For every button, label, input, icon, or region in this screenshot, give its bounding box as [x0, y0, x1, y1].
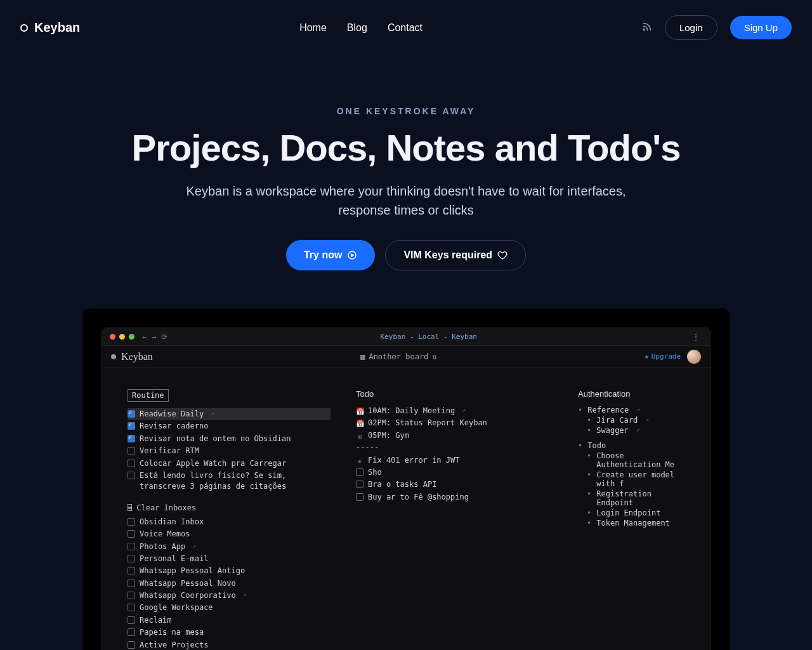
unchecked-box-icon[interactable]	[128, 592, 135, 599]
login-button[interactable]: Login	[665, 15, 717, 40]
grid-icon: ▦	[360, 352, 365, 361]
list-item[interactable]: Obsidian Inbox	[128, 516, 331, 528]
group-header[interactable]: •Todo	[578, 441, 684, 451]
column-authentication: Authentication •Reference↗•Jira Card↗•Sw…	[578, 389, 684, 650]
unchecked-box-icon[interactable]	[128, 543, 135, 550]
nav-actions: Login Sign Up	[642, 15, 792, 40]
unchecked-box-icon[interactable]	[128, 460, 135, 467]
unchecked-box-icon[interactable]	[128, 580, 135, 587]
unchecked-box-icon[interactable]	[128, 616, 135, 624]
item-text: 10AM: Daily Meeting	[368, 406, 455, 416]
list-item[interactable]: 📅10AM: Daily Meeting↗	[356, 405, 553, 417]
item-text: Buy ar to Fê @shopping	[368, 492, 469, 503]
list-item[interactable]: Revisar caderno	[128, 420, 331, 432]
list-item[interactable]: -----	[356, 442, 553, 454]
board-columns: Routine Readwise Daily↗Revisar cadernoRe…	[102, 368, 710, 650]
vim-keys-button[interactable]: VIM Keys required	[385, 240, 526, 270]
unchecked-box-icon[interactable]	[356, 493, 363, 501]
item-text: Whatsapp Pessoal Antigo	[140, 566, 245, 576]
item-icon: ◎	[356, 432, 363, 439]
list-item[interactable]: Papeis na mesa	[128, 627, 331, 639]
list-item[interactable]: Verificar RTM	[128, 445, 331, 457]
board-selector[interactable]: ▦ Another board ⇅	[153, 352, 645, 361]
list-item[interactable]: Whatsapp Coorporativo↗	[128, 590, 331, 602]
unchecked-box-icon[interactable]	[128, 555, 135, 562]
avatar[interactable]	[687, 350, 701, 364]
group-item[interactable]: •Jira Card↗	[578, 415, 684, 425]
list-item[interactable]: Colocar Apple Watch pra Carregar	[128, 458, 331, 470]
list-item[interactable]: ✳Fix 401 error in JWT	[356, 454, 553, 467]
list-item[interactable]: Revisar nota de ontem no Obsidian	[128, 433, 331, 445]
item-text: Papeis na mesa	[140, 627, 204, 638]
unchecked-box-icon[interactable]	[128, 641, 135, 649]
list-item[interactable]: Google Workspace	[128, 602, 331, 614]
list-item[interactable]: Buy ar to Fê @shopping	[356, 491, 553, 503]
list-item[interactable]: Readwise Daily↗	[128, 408, 331, 420]
list-item[interactable]: Whatsapp Pessoal Novo	[128, 578, 331, 590]
list-item[interactable]: Está lendo livro físico? Se sim, transcr…	[128, 470, 331, 493]
forward-icon[interactable]: →	[152, 333, 156, 342]
list-item[interactable]: Active Projects	[128, 639, 331, 650]
checked-box-icon[interactable]	[128, 422, 135, 430]
list-item[interactable]: 📅02PM: Status Report Keyban	[356, 417, 553, 429]
item-icon: 📅	[356, 419, 363, 427]
try-now-button[interactable]: Try now	[286, 240, 375, 270]
group-item[interactable]: •Login Endpoint	[578, 508, 684, 518]
nav-link-blog[interactable]: Blog	[347, 22, 367, 34]
list-item[interactable]: Whatsapp Pessoal Antigo	[128, 565, 331, 577]
unchecked-box-icon[interactable]	[128, 530, 135, 538]
list-item[interactable]: Photos App↗	[128, 541, 331, 553]
app-brand[interactable]: Keyban	[111, 351, 153, 362]
rss-icon[interactable]	[642, 22, 652, 34]
kebab-menu-icon[interactable]: ⋮	[690, 333, 702, 342]
group-item[interactable]: •Token Management	[578, 518, 684, 528]
bullet-icon: •	[587, 416, 591, 425]
nav-link-home[interactable]: Home	[299, 22, 327, 34]
maximize-dot-icon[interactable]	[129, 334, 134, 340]
unchecked-box-icon[interactable]	[128, 472, 135, 479]
close-dot-icon[interactable]	[110, 334, 115, 340]
brand[interactable]: Keyban	[20, 20, 80, 35]
column-routine: Routine Readwise Daily↗Revisar cadernoRe…	[128, 389, 331, 650]
group-item[interactable]: •Choose Authentication Me	[578, 451, 684, 470]
try-now-label: Try now	[304, 249, 342, 261]
routine-list: Readwise Daily↗Revisar cadernoRevisar no…	[128, 408, 331, 493]
list-item[interactable]: ◎05PM: Gym	[356, 430, 553, 442]
browser-address[interactable]: Keyban - Local - Keyban	[175, 333, 682, 341]
unchecked-box-icon[interactable]	[356, 481, 363, 488]
browser-window: ← → ⟳ Keyban - Local - Keyban ⋮ Keyban ▦…	[102, 328, 710, 650]
nav-link-contact[interactable]: Contact	[388, 22, 422, 34]
bullet-icon: •	[587, 451, 591, 469]
list-item[interactable]: Bra o tasks API	[356, 479, 553, 491]
group-item[interactable]: •Create user model with f	[578, 470, 684, 489]
list-item[interactable]: Personal E-mail	[128, 553, 331, 565]
checked-box-icon[interactable]	[128, 410, 135, 418]
unchecked-box-icon[interactable]	[356, 468, 363, 476]
reload-icon[interactable]: ⟳	[161, 333, 167, 342]
item-icon: ✳	[356, 456, 363, 464]
minimize-dot-icon[interactable]	[119, 334, 125, 340]
hero-kicker: ONE KEYSTROKE AWAY	[25, 106, 787, 116]
app-brand-dot-icon	[111, 354, 116, 359]
group-item[interactable]: •Registration Endpoint	[578, 489, 684, 508]
checked-box-icon[interactable]	[128, 435, 135, 442]
item-text: Jira Card	[596, 416, 638, 425]
group-header[interactable]: •Reference↗	[578, 405, 684, 415]
unchecked-box-icon[interactable]	[128, 604, 135, 611]
unchecked-box-icon[interactable]	[128, 567, 135, 574]
list-item[interactable]: Sho	[356, 467, 553, 479]
app-topbar-right: ★ Upgrade	[645, 350, 701, 364]
unchecked-box-icon[interactable]	[128, 628, 135, 636]
item-text: Photos App	[140, 541, 185, 552]
upgrade-link[interactable]: ★ Upgrade	[645, 352, 681, 361]
external-link-icon: ↗	[462, 406, 466, 415]
group-item[interactable]: •Swagger↗	[578, 425, 684, 435]
item-text: Está lendo livro físico? Se sim, transcr…	[140, 470, 331, 493]
list-item[interactable]: Voice Memos	[128, 528, 331, 540]
item-text: Google Workspace	[140, 602, 213, 613]
signup-button[interactable]: Sign Up	[730, 16, 792, 39]
unchecked-box-icon[interactable]	[128, 518, 135, 526]
back-icon[interactable]: ←	[142, 333, 147, 342]
list-item[interactable]: Reclaim	[128, 614, 331, 627]
unchecked-box-icon[interactable]	[128, 447, 135, 454]
